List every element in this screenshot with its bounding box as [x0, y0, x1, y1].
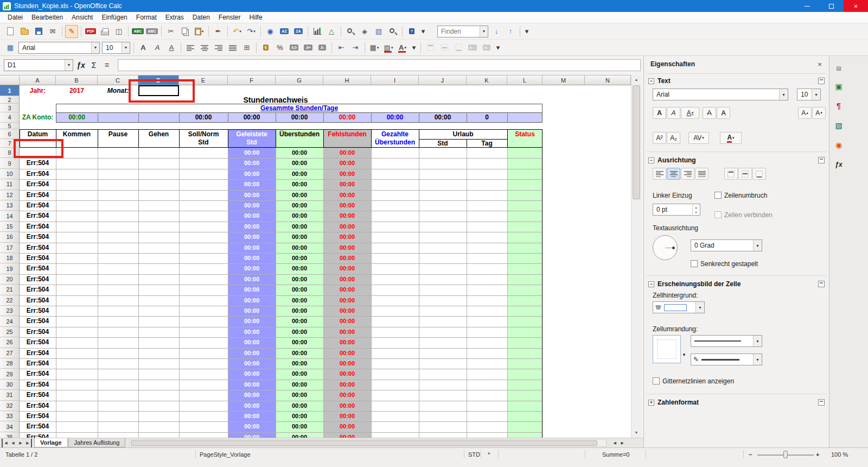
sidebar-align-bottom-button[interactable]	[752, 168, 766, 180]
column-header-G[interactable]: G	[276, 75, 323, 85]
menu-item-datei[interactable]: Datei	[3, 12, 27, 22]
cell-H23[interactable]: 00:00	[323, 306, 371, 316]
spellcheck-button[interactable]: ABC	[131, 25, 144, 38]
format-currency-button[interactable]: €	[259, 41, 272, 54]
scroll-right-button[interactable]: ▶	[618, 439, 626, 447]
header-A[interactable]: Datum	[20, 129, 56, 148]
cell-F32[interactable]: 00:00	[228, 401, 276, 411]
std-overflow-button[interactable]: ▾	[419, 25, 427, 38]
cell-A11[interactable]: Err:504	[20, 179, 56, 190]
cell-F14[interactable]: 00:00	[228, 211, 276, 221]
scroll-up-button[interactable]: ▲	[632, 75, 641, 84]
format-percent-button[interactable]: %	[273, 41, 286, 54]
find-next-button[interactable]: ↓	[490, 25, 503, 38]
sidebar-italic-button[interactable]: A	[667, 107, 680, 119]
cell-G19[interactable]: 00:00	[276, 263, 323, 274]
number-section-expand-icon[interactable]: +	[648, 400, 654, 406]
character-spacing-button[interactable]: AV▾	[688, 132, 709, 144]
cell-H32[interactable]: 00:00	[323, 401, 371, 411]
cell-A27[interactable]: Err:504	[20, 348, 56, 358]
cell-F20[interactable]: 00:00	[228, 274, 276, 285]
cell-H21[interactable]: 00:00	[323, 285, 371, 295]
scroll-down-button[interactable]: ▼	[632, 428, 641, 437]
edit-mode-button[interactable]: ✎	[65, 25, 78, 38]
cell-G33[interactable]: 00:00	[276, 411, 323, 421]
menu-item-hilfe[interactable]: Hilfe	[245, 12, 267, 22]
sidebar-align-left-button[interactable]	[653, 168, 666, 180]
cell-H19[interactable]: 00:00	[323, 263, 371, 274]
row-header-15[interactable]: 15	[0, 222, 20, 232]
help-button[interactable]: ?	[405, 25, 418, 38]
shrink-font-button[interactable]: A▾	[812, 107, 826, 119]
decrease-indent-button[interactable]: ⇤	[335, 41, 348, 54]
cell-H31[interactable]: 00:00	[323, 390, 371, 400]
cell-H27[interactable]: 00:00	[323, 348, 371, 358]
row-header-22[interactable]: 22	[0, 295, 20, 306]
vertical-scrollbar-thumb[interactable]	[633, 85, 640, 199]
header-G[interactable]: Überstunden	[276, 129, 323, 148]
cell-G35[interactable]: 00:00	[276, 432, 323, 438]
row-header-33[interactable]: 33	[0, 411, 20, 421]
cell-A30[interactable]: Err:504	[20, 380, 56, 390]
cell-H10[interactable]: 00:00	[323, 169, 371, 179]
cell-A17[interactable]: Err:504	[20, 243, 56, 253]
cell-A28[interactable]: Err:504	[20, 358, 56, 369]
increase-indent-button[interactable]: ⇥	[349, 41, 362, 54]
cell-A13[interactable]: Err:504	[20, 200, 56, 211]
cell-G10[interactable]: 00:00	[276, 169, 323, 179]
cell-F28[interactable]: 00:00	[228, 358, 276, 369]
cell-F9[interactable]: 00:00	[228, 158, 276, 168]
row-header-25[interactable]: 25	[0, 327, 20, 337]
hyperlink-button[interactable]: ◉	[264, 25, 277, 38]
next-sheet-button[interactable]: ▶	[17, 439, 24, 447]
cell-F2:G2[interactable]: Stundennachweis	[228, 96, 323, 104]
header-D[interactable]: Gehen	[138, 129, 179, 148]
row-header-19[interactable]: 19	[0, 263, 20, 274]
cell-H9[interactable]: 00:00	[323, 158, 371, 168]
background-color-button[interactable]: ▨▾	[382, 41, 395, 54]
cell-G22[interactable]: 00:00	[276, 295, 323, 306]
row-header-29[interactable]: 29	[0, 369, 20, 379]
cell-F21[interactable]: 00:00	[228, 285, 276, 295]
email-button[interactable]: ✉	[46, 25, 59, 38]
column-header-L[interactable]: L	[507, 75, 542, 85]
menu-item-extras[interactable]: Extras	[161, 12, 188, 22]
cell-G31[interactable]: 00:00	[276, 390, 323, 400]
zoom-slider-thumb[interactable]	[783, 451, 788, 458]
cell-A24[interactable]: Err:504	[20, 316, 56, 326]
menu-item-ansicht[interactable]: Ansicht	[67, 12, 97, 22]
zoom-out-button[interactable]: −	[749, 451, 752, 458]
column-header-C[interactable]: C	[98, 75, 138, 85]
row-header-17[interactable]: 17	[0, 243, 20, 253]
cell-F17[interactable]: 00:00	[228, 243, 276, 253]
indent-spinner[interactable]: ▲▼	[692, 205, 699, 214]
appearance-section-collapse-icon[interactable]: −	[648, 281, 654, 287]
row-header-27[interactable]: 27	[0, 348, 20, 358]
cell-A25[interactable]: Err:504	[20, 327, 56, 337]
header-H[interactable]: Fehlstunden	[323, 129, 371, 148]
cell-H8[interactable]: 00:00	[323, 148, 371, 158]
paste-button[interactable]: ▾	[193, 25, 206, 38]
select-all-corner[interactable]	[0, 75, 20, 85]
number-section-dialog-icon[interactable]	[818, 399, 825, 406]
cell-H11[interactable]: 00:00	[323, 179, 371, 190]
sort-descending-button[interactable]: ZA	[292, 25, 305, 38]
cell-F19[interactable]: 00:00	[228, 263, 276, 274]
wrap-text-checkbox[interactable]	[714, 192, 722, 199]
cell-G12[interactable]: 00:00	[276, 190, 323, 200]
column-header-A[interactable]: A	[20, 75, 56, 85]
cell-F12[interactable]: 00:00	[228, 190, 276, 200]
undo-button[interactable]: ↶▾	[231, 25, 244, 38]
cell-G8[interactable]: 00:00	[276, 148, 323, 158]
cell-H14[interactable]: 00:00	[323, 211, 371, 221]
row-header-9[interactable]: 9	[0, 158, 20, 168]
cell-A16[interactable]: Err:504	[20, 232, 56, 242]
cell-F35[interactable]: 00:00	[228, 432, 276, 438]
scroll-left-button[interactable]: ◀	[611, 439, 618, 447]
cell-H15[interactable]: 00:00	[323, 222, 371, 232]
font-name-dropdown-icon[interactable]: ▼	[91, 42, 99, 53]
cell-F30[interactable]: 00:00	[228, 380, 276, 390]
stacked-checkbox[interactable]	[691, 260, 698, 267]
zoom-in-button[interactable]: +	[816, 451, 819, 458]
table-grid-button[interactable]: ▦	[4, 41, 17, 54]
